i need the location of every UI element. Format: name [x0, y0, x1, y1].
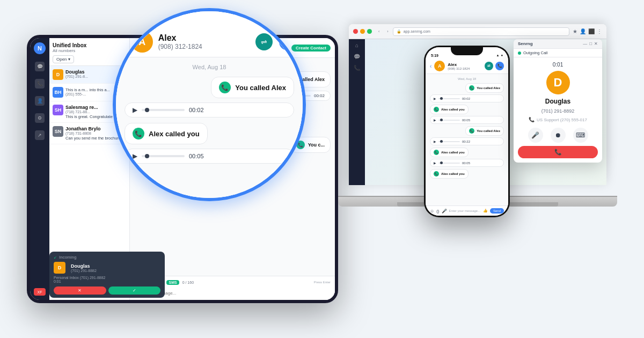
popup-call-timer: 0:01: [553, 62, 563, 68]
menu-icon[interactable]: ⋮: [597, 28, 602, 34]
magnified-circle: 5:19 ▲ ● 🔋 ‹ A Alex (908) 312-1824 ⇌ 📞: [113, 8, 306, 201]
avatar-sh: SH: [53, 105, 63, 115]
forward-btn-browser[interactable]: ›: [386, 30, 389, 33]
browser-url: app.senrng.com: [404, 30, 430, 33]
circle-call-bubble-in: 📞 Alex called you: [125, 123, 208, 144]
emoji-icon-phone[interactable]: ☺: [430, 209, 434, 214]
phone-audio-bar-4[interactable]: ▶ 00:05: [430, 159, 504, 167]
phone-icon-browser[interactable]: 📞: [354, 65, 360, 71]
end-call-button[interactable]: 📞: [518, 146, 598, 158]
popup-maximize-btn[interactable]: □: [589, 41, 592, 46]
circle-content: 5:19 ▲ ● 🔋 ‹ A Alex (908) 312-1824 ⇌ 📞: [116, 11, 303, 198]
circle-time: 5:19: [125, 16, 141, 25]
chat-icon-browser[interactable]: 💬: [354, 54, 360, 60]
phone-time: 5:19: [431, 54, 438, 57]
decline-call-button[interactable]: ✕: [54, 286, 106, 295]
back-btn-browser[interactable]: ‹: [375, 30, 383, 33]
call-icon-phone[interactable]: 📞: [495, 62, 504, 70]
phone-call-bubble-out-2: 📞 You called Alex: [465, 126, 504, 136]
phone-date: Wed, Aug 18: [430, 77, 504, 80]
incoming-call-buttons: ✕ ✓: [54, 286, 160, 295]
phone-contact-name: Alex: [448, 62, 470, 67]
phone-body: Wed, Aug 18 📞 You called Alex ▶ 00:02: [426, 74, 508, 205]
phone-send-button[interactable]: Send: [490, 208, 504, 214]
circle-progress-2: [142, 155, 185, 157]
battery-icon: 🔋: [287, 17, 294, 24]
circle-audio-bar-left[interactable]: ▶ 00:05: [125, 149, 294, 164]
phone-header-icons: ⇌ 📞: [485, 62, 504, 70]
circle-duration-2: 00:05: [189, 153, 204, 159]
phone-icon[interactable]: 📞: [35, 79, 45, 89]
phone-message-input[interactable]: Enter your message...: [449, 209, 481, 212]
settings-icon[interactable]: ⚙: [35, 113, 45, 123]
phone-status-icons: ▲ ●: [496, 54, 503, 57]
phone-audio-bar-1[interactable]: ▶ 00:02: [430, 94, 504, 102]
phone-contact-phone: (908) 312-1824: [448, 67, 470, 70]
phone-audio-bar-3[interactable]: ▶ 00:22: [430, 137, 504, 145]
mic-icon-phone[interactable]: 🎤: [442, 209, 447, 214]
address-bar[interactable]: 🔒 app.senrng.com: [393, 27, 569, 36]
minimize-window-btn[interactable]: [360, 29, 365, 34]
phone-dot-1: [440, 97, 443, 100]
mute-button[interactable]: 🎤: [528, 128, 543, 143]
chat-icon[interactable]: 💬: [35, 62, 45, 71]
home-icon[interactable]: ⌂: [355, 42, 358, 48]
phone-duration-2: 00:05: [462, 119, 470, 122]
phone-dot-3: [440, 140, 443, 143]
tablet-sidebar-icons: N 💬 📞 👤 ⚙ ↗ XF: [30, 38, 49, 300]
phone-call-bubble-in-1: 📞 Alex called you: [430, 105, 469, 114]
phone-you-called-2: You called Alex: [477, 129, 500, 133]
phone-dot-2: [440, 119, 443, 121]
app-logo-icon: N: [34, 42, 46, 54]
circle-audio-bar-right[interactable]: ▶ 00:02: [125, 102, 294, 117]
popup-minimize-btn[interactable]: —: [583, 41, 587, 46]
incoming-time: 0:01: [54, 280, 106, 283]
avatar-douglas: D: [53, 69, 63, 80]
thumbs-icon[interactable]: 👍: [483, 209, 488, 213]
popup-body: 0:01 D Douglas (701) 291-8892 📞 US Suppo…: [514, 57, 602, 163]
phone-play-3[interactable]: ▶: [434, 139, 436, 143]
close-window-btn[interactable]: [353, 29, 358, 34]
phone-screen: 5:19 ▲ ● ‹ A Alex (908) 312-1824 ⇌: [426, 47, 508, 216]
circle-body: Wed, Aug 18 📞 You called Alex ▶ 00:02: [116, 57, 303, 198]
call-icon[interactable]: 📞: [279, 33, 296, 50]
phone-duration-4: 00:05: [462, 161, 470, 165]
you-called-partial: You c...: [308, 142, 325, 148]
popup-titlebar: Senrng — □ ✕: [514, 39, 602, 49]
phone-audio-bar-2[interactable]: ▶ 00:05: [430, 116, 504, 124]
back-button-circle[interactable]: ‹: [122, 36, 126, 48]
circle-contact-avatar: A: [131, 31, 153, 53]
phone-call-out-icon-1: 📞: [469, 85, 474, 91]
incoming-indicator: ↙: [54, 255, 57, 260]
popup-call-tab[interactable]: Outgoing Call: [514, 49, 602, 57]
phone-avatar: A: [434, 61, 445, 71]
profile-icon[interactable]: 👤: [580, 28, 586, 34]
phone-call-in-icon-3: 📞: [434, 171, 439, 177]
attach-icon-phone[interactable]: (): [436, 209, 439, 214]
phone-footer: ☺ () 🎤 Enter your message... 👍 Send: [426, 205, 508, 216]
share-icon[interactable]: ↗: [35, 130, 45, 140]
phone-play-4[interactable]: ▶: [434, 161, 436, 165]
circle-play-btn-2[interactable]: ▶: [133, 152, 137, 160]
contacts-icon[interactable]: 👤: [35, 96, 45, 106]
contacts-icon-phone[interactable]: ⇌: [485, 62, 493, 70]
star-icon[interactable]: ★: [573, 28, 577, 34]
extension-icon[interactable]: ⬛: [588, 28, 595, 34]
popup-close-btn[interactable]: ✕: [594, 41, 598, 46]
open-dropdown-btn[interactable]: Open ▾: [53, 55, 74, 63]
maximize-window-btn[interactable]: [367, 29, 372, 34]
phone-play-2[interactable]: ▶: [434, 118, 436, 122]
phone-alex-called-3: Alex called you: [441, 172, 465, 175]
phone-play-1[interactable]: ▶: [434, 97, 436, 100]
call-out-icon-circle: 📞: [219, 82, 231, 93]
back-button-phone[interactable]: ‹: [430, 63, 431, 69]
phone-progress-4: [438, 163, 460, 164]
keypad-button[interactable]: ⌨: [573, 128, 588, 143]
phone-progress-1: [438, 98, 460, 99]
record-button[interactable]: ⏺: [551, 128, 566, 143]
circle-play-btn[interactable]: ▶: [133, 106, 137, 114]
incoming-label: Incoming: [59, 255, 76, 260]
contacts-add-icon[interactable]: ⇌: [255, 33, 273, 50]
phone-call-bubble-in-2: 📞 Alex called you: [430, 148, 469, 157]
accept-call-button[interactable]: ✓: [108, 286, 161, 295]
